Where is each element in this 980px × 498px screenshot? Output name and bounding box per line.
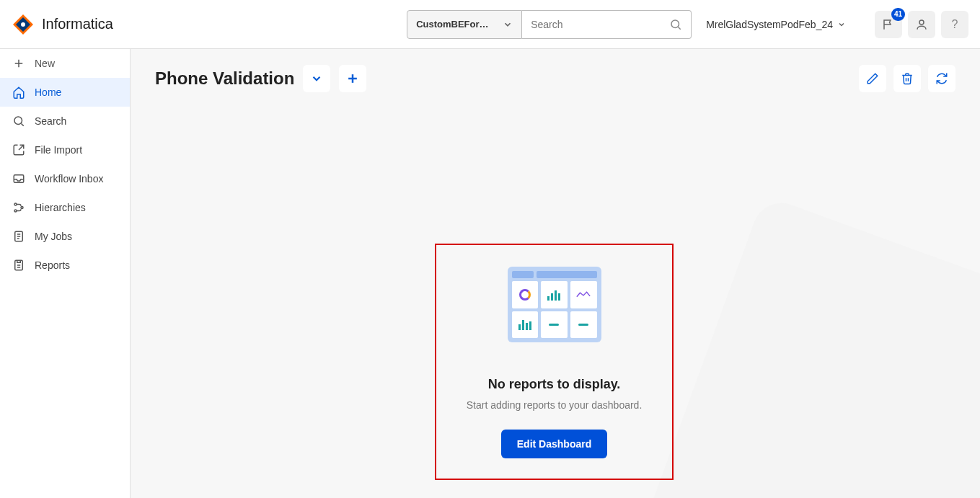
refresh-icon xyxy=(935,72,948,85)
user-icon xyxy=(915,18,928,31)
empty-state-highlight: No reports to display. Start adding repo… xyxy=(435,244,674,480)
search-icon[interactable] xyxy=(669,18,682,31)
page-title: Phone Validation xyxy=(155,68,294,89)
sidebar-item-label: File Import xyxy=(35,144,82,156)
brand-name: Informatica xyxy=(42,16,113,32)
sidebar-item-label: My Jobs xyxy=(35,231,72,242)
main-content: Phone Validation xyxy=(131,49,980,498)
svg-point-11 xyxy=(14,203,17,205)
be-selector-label: CustomBEForO… xyxy=(416,19,495,30)
edit-button[interactable] xyxy=(859,65,886,92)
notification-badge: 41 xyxy=(891,8,905,21)
account-name: MrelGladSystemPodFeb_24 xyxy=(706,19,833,30)
delete-button[interactable] xyxy=(893,65,921,92)
question-icon: ? xyxy=(952,18,958,31)
svg-point-13 xyxy=(21,207,23,209)
dashboard-dropdown-button[interactable] xyxy=(303,65,330,92)
chevron-down-icon xyxy=(503,19,513,30)
plus-icon xyxy=(12,56,26,71)
svg-line-4 xyxy=(679,27,681,29)
sidebar-item-search[interactable]: Search xyxy=(0,107,130,135)
sidebar-item-label: Search xyxy=(35,115,66,127)
svg-point-3 xyxy=(671,20,679,28)
home-icon xyxy=(12,85,26,99)
empty-state-title: No reports to display. xyxy=(488,377,621,392)
search-group: CustomBEForO… xyxy=(407,10,692,39)
search-box xyxy=(522,10,692,39)
sidebar-item-new[interactable]: New xyxy=(0,49,130,78)
dashboard-illustration-icon xyxy=(508,267,601,342)
sidebar-item-label: Hierarchies xyxy=(35,202,86,213)
sidebar-item-workflow-inbox[interactable]: Workflow Inbox xyxy=(0,164,130,193)
import-icon xyxy=(12,143,26,157)
sidebar-item-home[interactable]: Home xyxy=(0,78,130,107)
header-actions: 41 ? xyxy=(875,11,968,38)
edit-dashboard-button[interactable]: Edit Dashboard xyxy=(501,430,607,458)
sidebar-item-label: Reports xyxy=(35,259,70,271)
plus-icon xyxy=(345,71,360,86)
reports-icon xyxy=(12,258,26,272)
page-header: Phone Validation xyxy=(155,65,955,92)
add-dashboard-button[interactable] xyxy=(339,65,366,92)
trash-icon xyxy=(901,72,914,85)
informatica-logo-icon xyxy=(12,13,35,36)
svg-point-2 xyxy=(21,22,25,27)
sidebar-item-label: Home xyxy=(35,86,61,98)
notifications-button[interactable]: 41 xyxy=(875,11,902,38)
svg-point-5 xyxy=(919,20,924,25)
sidebar-item-file-import[interactable]: File Import xyxy=(0,135,130,164)
flag-icon xyxy=(882,18,895,31)
account-menu[interactable]: MrelGladSystemPodFeb_24 xyxy=(706,19,846,30)
jobs-icon xyxy=(12,229,26,244)
search-icon xyxy=(12,114,26,128)
background-decoration xyxy=(641,195,980,498)
brand: Informatica xyxy=(12,13,113,36)
sidebar-item-hierarchies[interactable]: Hierarchies xyxy=(0,193,130,222)
svg-point-8 xyxy=(14,117,22,125)
user-button[interactable] xyxy=(908,11,935,38)
sidebar-item-label: Workflow Inbox xyxy=(35,173,103,184)
sidebar: New Home Search File Import Workflow Inb… xyxy=(0,49,131,498)
search-input[interactable] xyxy=(531,19,669,30)
app-header: Informatica CustomBEForO… MrelGladSystem… xyxy=(0,0,980,49)
pencil-icon xyxy=(866,72,879,85)
refresh-button[interactable] xyxy=(928,65,955,92)
hierarchy-icon xyxy=(12,200,26,215)
sidebar-item-label: New xyxy=(35,58,55,69)
business-entity-selector[interactable]: CustomBEForO… xyxy=(407,10,522,39)
svg-point-12 xyxy=(14,210,17,212)
layout: New Home Search File Import Workflow Inb… xyxy=(0,49,980,498)
svg-line-9 xyxy=(21,123,23,125)
chevron-down-icon xyxy=(837,20,846,29)
inbox-icon xyxy=(12,172,26,186)
empty-state-subtitle: Start adding reports to your dashboard. xyxy=(467,399,643,411)
help-button[interactable]: ? xyxy=(941,11,968,38)
sidebar-item-my-jobs[interactable]: My Jobs xyxy=(0,222,130,251)
page-actions xyxy=(859,65,955,92)
chevron-down-icon xyxy=(310,72,323,85)
sidebar-item-reports[interactable]: Reports xyxy=(0,251,130,280)
